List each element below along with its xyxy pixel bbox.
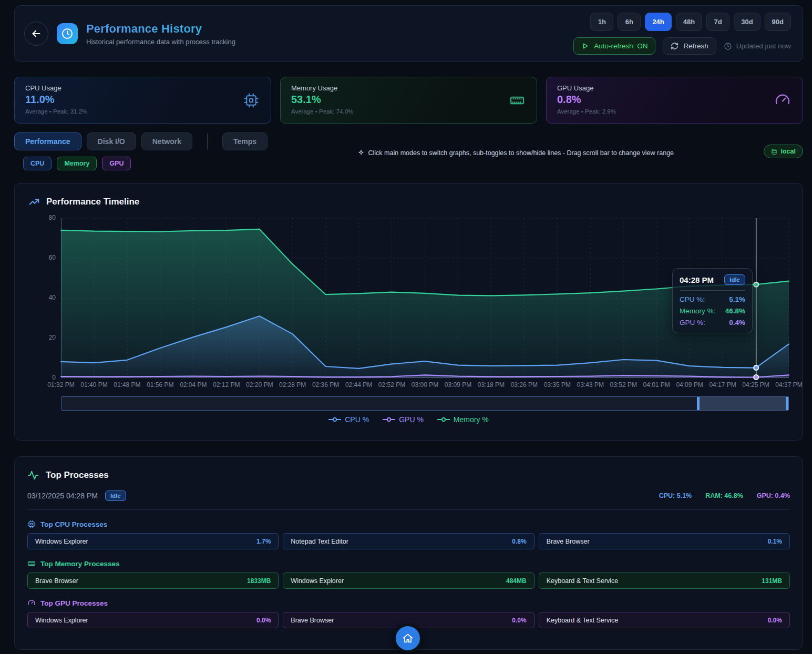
- timeline-plot: 020406080 04:28 PM Idle CPU %: 5.1% Memo…: [61, 218, 789, 378]
- home-icon: [402, 632, 414, 644]
- process-row: Brave Browser1833MB: [27, 573, 279, 589]
- top-processes-title-row: Top Processes: [27, 469, 790, 481]
- tab-network[interactable]: Network: [141, 132, 192, 150]
- x-axis-tick: 03:43 PM: [577, 381, 604, 389]
- top-cpu-process-list: Windows Explorer1.7% Notepad Text Editor…: [27, 533, 790, 549]
- x-axis-tick: 03:52 PM: [610, 381, 637, 389]
- x-axis-tick: 02:20 PM: [246, 381, 273, 389]
- x-axis-tick: 03:00 PM: [412, 381, 438, 389]
- range-button-6h[interactable]: 6h: [618, 13, 641, 31]
- legend-marker-icon: [328, 417, 341, 422]
- refresh-button[interactable]: Refresh: [663, 37, 716, 55]
- memory-usage-footer: Average • Peak: 74.0%: [291, 108, 526, 115]
- header-left: Performance History Historical performan…: [24, 22, 235, 46]
- scrollbar-handle-right[interactable]: [786, 397, 788, 410]
- scrollbar-window[interactable]: [697, 397, 788, 410]
- series-toggles: CPU Memory GPU: [23, 157, 268, 170]
- performance-history-page: Performance History Historical performan…: [0, 0, 812, 654]
- x-axis-tick: 04:17 PM: [709, 381, 736, 389]
- clock-small-icon: [724, 42, 732, 50]
- legend-item-cpu[interactable]: CPU %: [328, 415, 369, 424]
- updated-label: Updated just now: [736, 42, 791, 50]
- tooltip-status-badge: Idle: [724, 274, 745, 285]
- legend-marker-icon: [437, 417, 450, 422]
- chart-legend: CPU % GPU % Memory %: [15, 415, 803, 424]
- range-button-30d[interactable]: 30d: [734, 13, 760, 31]
- range-button-24h[interactable]: 24h: [645, 13, 671, 31]
- x-axis-tick: 03:09 PM: [445, 381, 471, 389]
- stat-cards: CPU Usage 11.0% Average • Peak: 31.2% Me…: [14, 77, 803, 124]
- play-icon: [581, 42, 589, 50]
- tab-temps[interactable]: Temps: [222, 132, 268, 150]
- legend-item-gpu[interactable]: GPU %: [383, 415, 424, 424]
- x-axis-tick: 01:40 PM: [80, 381, 107, 389]
- x-axis-tick: 02:44 PM: [345, 381, 372, 389]
- x-axis-tick: 02:12 PM: [213, 381, 240, 389]
- toggle-gpu[interactable]: GPU: [102, 157, 131, 170]
- time-range-selector: 1h 6h 24h 48h 7d 30d 90d: [590, 13, 791, 31]
- top-processes-meta: 03/12/2025 04:28 PM Idle CPU: 5.1% RAM: …: [27, 490, 790, 510]
- x-axis-tick: 04:37 PM: [775, 381, 802, 389]
- refresh-icon: [671, 42, 679, 50]
- range-button-1h[interactable]: 1h: [590, 13, 613, 31]
- chart-tooltip: 04:28 PM Idle CPU %: 5.1% Memory %: 46.8…: [672, 268, 753, 333]
- snapshot-status-badge: Idle: [105, 490, 126, 501]
- gpu-usage-label: GPU Usage: [557, 84, 792, 92]
- tab-disk-io[interactable]: Disk I/O: [87, 132, 136, 150]
- cpu-usage-value: 11.0%: [25, 94, 260, 106]
- process-row: Notepad Text Editor0.8%: [283, 533, 534, 549]
- x-axis-tick: 03:35 PM: [544, 381, 571, 389]
- process-row: Brave Browser0.1%: [539, 533, 790, 549]
- controls-row: Performance Disk I/O Network Temps CPU M…: [14, 132, 803, 170]
- legend-marker-icon: [383, 417, 395, 422]
- x-axis-tick: 02:36 PM: [312, 381, 339, 389]
- range-button-90d[interactable]: 90d: [765, 13, 791, 31]
- database-icon: [771, 148, 777, 155]
- tooltip-time: 04:28 PM: [680, 275, 714, 284]
- usage-hint-text: Click main modes to switch graphs, sub-t…: [368, 149, 674, 157]
- data-source-label: local: [781, 148, 796, 155]
- refresh-label: Refresh: [683, 42, 708, 50]
- chart-scrollbar-track[interactable]: [61, 396, 789, 411]
- back-button[interactable]: [24, 22, 48, 46]
- page-title: Performance History: [86, 22, 235, 36]
- top-memory-process-list: Brave Browser1833MB Windows Explorer484M…: [27, 573, 790, 589]
- x-axis-tick: 02:28 PM: [279, 381, 306, 389]
- cpu-small-icon: [27, 520, 36, 528]
- memory-small-icon: [27, 559, 36, 568]
- process-row: Keyboard & Text Service131MB: [539, 573, 790, 589]
- tab-performance[interactable]: Performance: [14, 132, 81, 150]
- process-row: Windows Explorer484MB: [283, 573, 534, 589]
- legend-item-memory[interactable]: Memory %: [437, 415, 489, 424]
- scrollbar-handle-left[interactable]: [697, 397, 700, 410]
- performance-timeline-card: Performance Timeline 020406080 04:28 PM …: [14, 183, 803, 441]
- arrow-left-icon: [30, 28, 42, 39]
- refresh-row: Auto-refresh: ON Refresh Updated just no…: [573, 37, 791, 55]
- x-axis-tick: 01:48 PM: [114, 381, 140, 389]
- x-axis-tick: 03:18 PM: [478, 381, 505, 389]
- header-right: 1h 6h 24h 48h 7d 30d 90d Auto-refresh: O…: [573, 13, 791, 55]
- tab-divider: [207, 134, 208, 149]
- snapshot-summary: CPU: 5.1% RAM: 46.8% GPU: 0.4%: [659, 492, 790, 499]
- x-axis-tick: 04:01 PM: [643, 381, 670, 389]
- top-processes-card: Top Processes 03/12/2025 04:28 PM Idle C…: [14, 456, 803, 650]
- clock-app-icon: [57, 23, 78, 44]
- memory-usage-label: Memory Usage: [291, 84, 526, 92]
- top-cpu-processes-heading: Top CPU Processes: [27, 520, 790, 528]
- top-memory-processes-heading: Top Memory Processes: [27, 559, 790, 568]
- title-block: Performance History Historical performan…: [86, 22, 235, 46]
- tooltip-row-cpu: CPU %: 5.1%: [680, 295, 745, 303]
- y-axis-tick: 80: [49, 214, 56, 221]
- process-row: Keyboard & Text Service0.0%: [539, 612, 790, 628]
- activity-icon: [27, 469, 39, 481]
- auto-refresh-toggle[interactable]: Auto-refresh: ON: [573, 37, 655, 55]
- home-button[interactable]: [393, 624, 423, 653]
- toggle-cpu[interactable]: CPU: [23, 157, 52, 170]
- memory-usage-value: 53.1%: [291, 94, 526, 106]
- range-button-48h[interactable]: 48h: [676, 13, 702, 31]
- toggle-memory[interactable]: Memory: [57, 157, 97, 170]
- cpu-usage-footer: Average • Peak: 31.2%: [25, 108, 260, 115]
- process-row: Windows Explorer0.0%: [27, 612, 279, 628]
- y-axis-tick: 40: [49, 294, 56, 301]
- range-button-7d[interactable]: 7d: [706, 13, 729, 31]
